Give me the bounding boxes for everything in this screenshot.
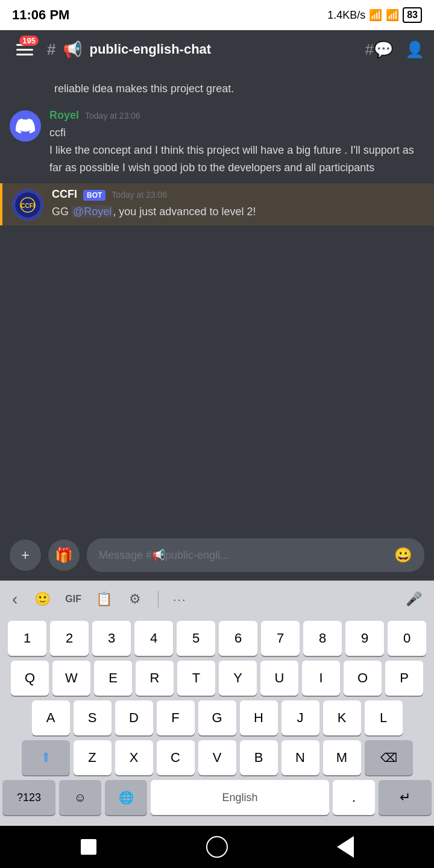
message-input[interactable]: Message #📢public-engli... 😀 bbox=[87, 538, 424, 572]
chat-spacer bbox=[0, 228, 434, 246]
keyboard-row-asdf: A S D F G H J K L bbox=[2, 700, 432, 735]
message-line1: ccfi bbox=[49, 127, 66, 139]
bot-badge: BOT bbox=[83, 190, 105, 201]
keyboard-toolbar: ‹ 🙂 GIF 📋 ⚙ ··· 🎤 bbox=[0, 580, 434, 617]
more-options-icon[interactable]: ··· bbox=[173, 593, 187, 606]
sticker-icon[interactable]: 🙂 bbox=[32, 589, 53, 609]
key-4[interactable]: 4 bbox=[134, 621, 173, 656]
status-bar: 11:06 PM 1.4KB/s 📶 📶 83 bbox=[0, 0, 434, 30]
key-1[interactable]: 1 bbox=[8, 621, 46, 656]
message-text-royel: ccfi I like the concept and I think this… bbox=[49, 124, 424, 176]
key-u[interactable]: U bbox=[260, 661, 298, 696]
key-h[interactable]: H bbox=[240, 700, 278, 735]
avatar-ccfi: CCFI bbox=[12, 189, 43, 221]
mention-royel: @Royel bbox=[72, 206, 113, 218]
signal-icon: 📶 bbox=[369, 8, 382, 22]
prev-message-text: reliable idea makes this project great. bbox=[54, 83, 234, 95]
home-button[interactable] bbox=[202, 832, 232, 862]
emoji-button[interactable]: 😀 bbox=[394, 547, 412, 564]
period-key[interactable]: . bbox=[333, 780, 375, 815]
microphone-icon[interactable]: 🎤 bbox=[403, 589, 424, 609]
key-x[interactable]: X bbox=[115, 740, 153, 775]
keyboard-row-qwerty: Q W E R T Y U I O P bbox=[2, 661, 432, 696]
key-9[interactable]: 9 bbox=[345, 621, 384, 656]
clipboard-icon[interactable]: 📋 bbox=[93, 589, 115, 609]
toolbar-divider bbox=[158, 591, 159, 608]
input-placeholder: Message #📢public-engli... bbox=[99, 549, 229, 562]
globe-key[interactable]: 🌐 bbox=[105, 780, 147, 815]
header-action-icons: #💬 👤 bbox=[365, 40, 424, 59]
channel-title: public-english-chat bbox=[89, 42, 357, 57]
channel-header: 195 # 📢 public-english-chat #💬 👤 bbox=[0, 30, 434, 69]
key-n[interactable]: N bbox=[281, 740, 319, 775]
symbols-key[interactable]: ?123 bbox=[2, 780, 55, 815]
message-header-ccfi: CCFI BOT Today at 23:06 bbox=[52, 188, 424, 201]
key-6[interactable]: 6 bbox=[219, 621, 257, 656]
add-button[interactable]: + bbox=[10, 539, 41, 571]
settings-icon[interactable]: ⚙ bbox=[127, 589, 143, 609]
key-g[interactable]: G bbox=[198, 700, 236, 735]
key-q[interactable]: Q bbox=[11, 661, 49, 696]
key-t[interactable]: T bbox=[177, 661, 215, 696]
chat-area: reliable idea makes this project great. … bbox=[0, 69, 434, 532]
key-z[interactable]: Z bbox=[74, 740, 112, 775]
status-icons: 1.4KB/s 📶 📶 83 bbox=[327, 7, 422, 23]
enter-key[interactable]: ↵ bbox=[379, 780, 432, 815]
key-d[interactable]: D bbox=[115, 700, 153, 735]
timestamp-royel: Today at 23:06 bbox=[85, 111, 140, 121]
keyboard-row-bottom: ?123 ☺ 🌐 English . ↵ bbox=[2, 780, 432, 815]
plus-icon: + bbox=[21, 547, 30, 564]
author-name-royel: Royel bbox=[49, 109, 79, 122]
shift-icon: ⬆ bbox=[40, 750, 51, 766]
key-p[interactable]: P bbox=[385, 661, 423, 696]
signal-text: 1.4KB/s bbox=[327, 9, 365, 22]
channel-emoji: 📢 bbox=[63, 40, 82, 59]
keyboard: 1 2 3 4 5 6 7 8 9 0 Q W E R T Y U I O P … bbox=[0, 617, 434, 826]
key-o[interactable]: O bbox=[344, 661, 382, 696]
key-7[interactable]: 7 bbox=[261, 621, 300, 656]
key-0[interactable]: 0 bbox=[388, 621, 426, 656]
gift-icon: 🎁 bbox=[55, 547, 73, 564]
key-8[interactable]: 8 bbox=[303, 621, 342, 656]
message-group-royel: Royel Today at 23:06 ccfi I like the con… bbox=[0, 104, 434, 181]
back-button[interactable] bbox=[330, 832, 360, 862]
shift-key[interactable]: ⬆ bbox=[22, 740, 70, 775]
recent-apps-button[interactable] bbox=[74, 832, 104, 862]
gift-button[interactable]: 🎁 bbox=[48, 539, 80, 571]
svg-text:CCFI: CCFI bbox=[20, 203, 35, 209]
key-b[interactable]: B bbox=[240, 740, 278, 775]
backspace-key[interactable]: ⌫ bbox=[365, 740, 413, 775]
key-s[interactable]: S bbox=[74, 700, 112, 735]
key-v[interactable]: V bbox=[198, 740, 236, 775]
key-w[interactable]: W bbox=[52, 661, 90, 696]
key-5[interactable]: 5 bbox=[177, 621, 215, 656]
members-icon[interactable]: 👤 bbox=[405, 40, 424, 59]
discord-logo-icon bbox=[16, 116, 35, 136]
key-m[interactable]: M bbox=[323, 740, 361, 775]
key-3[interactable]: 3 bbox=[92, 621, 131, 656]
ccfi-avatar-inner: CCFI bbox=[13, 190, 42, 219]
emoji-face-key[interactable]: ☺ bbox=[59, 780, 101, 815]
threads-icon[interactable]: #💬 bbox=[365, 40, 393, 59]
key-r[interactable]: R bbox=[136, 661, 174, 696]
key-y[interactable]: Y bbox=[219, 661, 257, 696]
key-k[interactable]: K bbox=[323, 700, 361, 735]
key-f[interactable]: F bbox=[157, 700, 195, 735]
menu-button[interactable]: 195 bbox=[10, 34, 40, 64]
gif-button[interactable]: GIF bbox=[65, 594, 81, 605]
keyboard-back-button[interactable]: ‹ bbox=[10, 587, 20, 611]
status-time: 11:06 PM bbox=[12, 7, 69, 23]
key-a[interactable]: A bbox=[32, 700, 70, 735]
space-key[interactable]: English bbox=[151, 780, 329, 815]
key-2[interactable]: 2 bbox=[50, 621, 89, 656]
input-area: + 🎁 Message #📢public-engli... 😀 bbox=[0, 532, 434, 580]
battery-indicator: 83 bbox=[403, 7, 422, 23]
key-e[interactable]: E bbox=[94, 661, 132, 696]
previous-message-snippet: reliable idea makes this project great. bbox=[0, 78, 434, 104]
key-j[interactable]: J bbox=[281, 700, 319, 735]
key-i[interactable]: I bbox=[302, 661, 340, 696]
message-line2: I like the concept and I think this proj… bbox=[49, 144, 414, 174]
key-l[interactable]: L bbox=[365, 700, 403, 735]
key-c[interactable]: C bbox=[157, 740, 195, 775]
back-arrow-icon bbox=[337, 836, 354, 858]
